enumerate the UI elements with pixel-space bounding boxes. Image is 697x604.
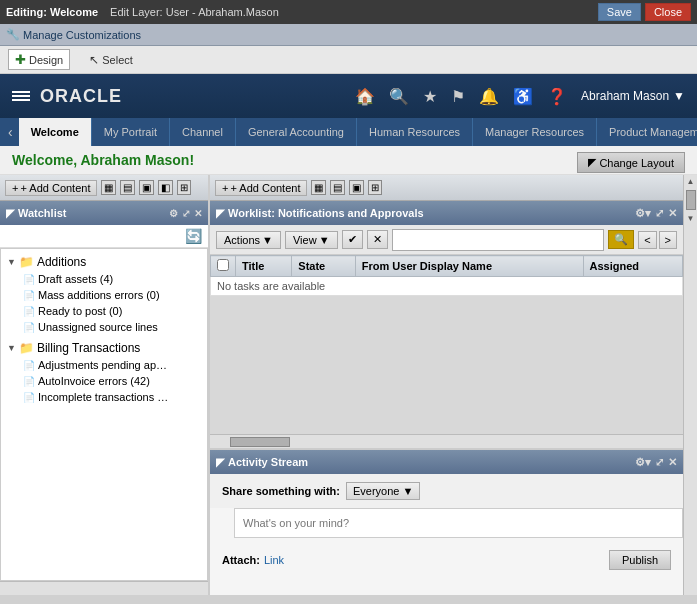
billing-group: ▼ 📁 Billing Transactions 📄 Adjustments p… bbox=[5, 339, 203, 405]
tree-item-draft-assets[interactable]: 📄 Draft assets (4) bbox=[5, 271, 203, 287]
scroll-down-button[interactable]: ▼ bbox=[685, 212, 697, 225]
view-button[interactable]: View ▼ bbox=[285, 231, 338, 249]
watchlist-expand-icon[interactable]: ⤢ bbox=[182, 208, 190, 219]
tab-product-management[interactable]: Product Management bbox=[597, 118, 697, 146]
layout-icon-2[interactable]: ▤ bbox=[120, 180, 135, 195]
activity-collapse-icon[interactable]: ◤ bbox=[216, 456, 224, 469]
reject-button[interactable]: ✕ bbox=[367, 230, 388, 249]
search-button[interactable]: 🔍 bbox=[608, 230, 634, 249]
layout-icon: ◤ bbox=[588, 156, 596, 169]
attach-label: Attach: bbox=[222, 554, 260, 566]
left-add-toolbar: + + Add Content ▦ ▤ ▣ ◧ ⊞ bbox=[0, 175, 208, 201]
worklist-search-input[interactable] bbox=[397, 234, 600, 246]
next-button[interactable]: > bbox=[659, 231, 677, 249]
additions-folder[interactable]: ▼ 📁 Additions bbox=[5, 253, 203, 271]
select-button[interactable]: ↖ Select bbox=[82, 50, 140, 70]
worklist-collapse-icon[interactable]: ◤ bbox=[216, 207, 224, 220]
scroll-thumb[interactable] bbox=[686, 190, 696, 210]
doc-icon-4: 📄 bbox=[23, 322, 35, 333]
worklist-expand-icon[interactable]: ⤢ bbox=[655, 207, 664, 220]
doc-icon-7: 📄 bbox=[23, 392, 35, 403]
activity-expand-icon[interactable]: ⤢ bbox=[655, 456, 664, 469]
tab-my-portrait[interactable]: My Portrait bbox=[92, 118, 170, 146]
hamburger-icon[interactable] bbox=[12, 91, 30, 101]
manage-customizations[interactable]: 🔧 Manage Customizations bbox=[6, 28, 141, 41]
billing-folder[interactable]: ▼ 📁 Billing Transactions bbox=[5, 339, 203, 357]
doc-icon-5: 📄 bbox=[23, 360, 35, 371]
search-icon[interactable]: 🔍 bbox=[389, 87, 409, 106]
approve-button[interactable]: ✔ bbox=[342, 230, 363, 249]
watchlist-close-icon[interactable]: ✕ bbox=[194, 208, 202, 219]
tree-item-unassigned[interactable]: 📄 Unassigned source lines bbox=[5, 319, 203, 335]
prev-button[interactable]: < bbox=[638, 231, 656, 249]
design-button[interactable]: ✚ Design bbox=[8, 49, 70, 70]
plus-icon-right: + bbox=[222, 182, 228, 194]
activity-gear-icon[interactable]: ⚙▾ bbox=[635, 456, 651, 469]
share-label: Share something with: bbox=[222, 485, 340, 497]
add-content-button-left[interactable]: + + Add Content bbox=[5, 180, 97, 196]
worklist-close-icon[interactable]: ✕ bbox=[668, 207, 677, 220]
watchlist-gear-icon[interactable]: ⚙ bbox=[169, 208, 178, 219]
help-icon[interactable]: ❓ bbox=[547, 87, 567, 106]
layout-icon-5[interactable]: ⊞ bbox=[177, 180, 191, 195]
billing-folder-icon: 📁 bbox=[19, 341, 34, 355]
user-menu[interactable]: Abraham Mason ▼ bbox=[581, 89, 685, 103]
cursor-icon: ↖ bbox=[89, 53, 99, 67]
layout-icon-r2[interactable]: ▤ bbox=[330, 180, 345, 195]
favorites-icon[interactable]: ★ bbox=[423, 87, 437, 106]
col-title: Title bbox=[236, 256, 292, 277]
watchlist-collapse-icon[interactable]: ◤ bbox=[6, 207, 14, 220]
customize-bar: 🔧 Manage Customizations bbox=[0, 24, 697, 46]
activity-close-icon[interactable]: ✕ bbox=[668, 456, 677, 469]
save-button[interactable]: Save bbox=[598, 3, 641, 21]
tab-welcome[interactable]: Welcome bbox=[19, 118, 92, 146]
left-horizontal-scrollbar[interactable] bbox=[0, 581, 208, 595]
add-content-button-right[interactable]: + + Add Content bbox=[215, 180, 307, 196]
home-icon[interactable]: 🏠 bbox=[355, 87, 375, 106]
worklist-table-scroll[interactable]: Title State From User Display Name Assig… bbox=[210, 255, 683, 434]
tabs-bar: ‹ Welcome My Portrait Channel General Ac… bbox=[0, 118, 697, 146]
tab-general-accounting[interactable]: General Accounting bbox=[236, 118, 357, 146]
flag-icon[interactable]: ⚑ bbox=[451, 87, 465, 106]
left-panel: + + Add Content ▦ ▤ ▣ ◧ ⊞ ◤ Watchlist ⚙ … bbox=[0, 175, 210, 595]
worklist-hscroll[interactable] bbox=[210, 434, 683, 448]
layout-icon-r4[interactable]: ⊞ bbox=[368, 180, 382, 195]
watchlist-tree: ▼ 📁 Additions 📄 Draft assets (4) 📄 Mass … bbox=[0, 248, 208, 581]
table-header-row: Title State From User Display Name Assig… bbox=[211, 256, 683, 277]
view-label: View bbox=[293, 234, 317, 246]
accessibility-icon[interactable]: ♿ bbox=[513, 87, 533, 106]
watchlist-panel-header: ◤ Watchlist ⚙ ⤢ ✕ bbox=[0, 201, 208, 225]
scroll-up-button[interactable]: ▲ bbox=[685, 175, 697, 188]
layout-icon-r3[interactable]: ▣ bbox=[349, 180, 364, 195]
notifications-icon[interactable]: 🔔 bbox=[479, 87, 499, 106]
worklist-gear-icon[interactable]: ⚙▾ bbox=[635, 207, 651, 220]
share-dropdown[interactable]: Everyone ▼ bbox=[346, 482, 420, 500]
actions-dropdown-icon: ▼ bbox=[262, 234, 273, 246]
tree-item-ready-to-post[interactable]: 📄 Ready to post (0) bbox=[5, 303, 203, 319]
tab-manager-resources[interactable]: Manager Resources bbox=[473, 118, 597, 146]
close-button[interactable]: Close bbox=[645, 3, 691, 21]
attach-link[interactable]: Link bbox=[264, 554, 284, 566]
watchlist-refresh-icon[interactable]: 🔄 bbox=[185, 228, 202, 244]
right-scrollbar[interactable]: ▲ ▼ bbox=[683, 175, 697, 595]
select-label: Select bbox=[102, 54, 133, 66]
layout-icon-r1[interactable]: ▦ bbox=[311, 180, 326, 195]
activity-text-input[interactable] bbox=[234, 508, 683, 538]
tab-human-resources[interactable]: Human Resources bbox=[357, 118, 473, 146]
design-label: Design bbox=[29, 54, 63, 66]
nav-arrows: < > bbox=[638, 231, 677, 249]
layout-icon-1[interactable]: ▦ bbox=[101, 180, 116, 195]
change-layout-button[interactable]: ◤ Change Layout bbox=[577, 152, 685, 173]
select-all-checkbox[interactable] bbox=[217, 259, 229, 271]
layout-icon-4[interactable]: ◧ bbox=[158, 180, 173, 195]
actions-button[interactable]: Actions ▼ bbox=[216, 231, 281, 249]
tree-item-mass-additions[interactable]: 📄 Mass additions errors (0) bbox=[5, 287, 203, 303]
tree-item-adjustments[interactable]: 📄 Adjustments pending ap… bbox=[5, 357, 203, 373]
tree-item-incomplete[interactable]: 📄 Incomplete transactions … bbox=[5, 389, 203, 405]
tree-item-autoinvoice[interactable]: 📄 AutoInvoice errors (42) bbox=[5, 373, 203, 389]
layout-icon-3[interactable]: ▣ bbox=[139, 180, 154, 195]
tab-channel[interactable]: Channel bbox=[170, 118, 236, 146]
publish-button[interactable]: Publish bbox=[609, 550, 671, 570]
tabs-prev-button[interactable]: ‹ bbox=[2, 118, 19, 146]
doc-icon-1: 📄 bbox=[23, 274, 35, 285]
